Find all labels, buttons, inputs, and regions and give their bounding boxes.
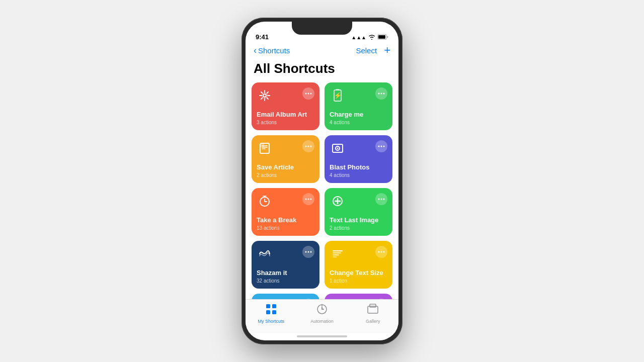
svg-line-7 xyxy=(261,92,263,94)
shortcuts-content: Email Album Art 3 actions ⚡ xyxy=(246,82,398,299)
tab-bar: My Shortcuts Automation xyxy=(246,299,398,333)
take-a-break-subtitle: 13 actions xyxy=(257,225,314,231)
save-article-info: Save Article 2 actions xyxy=(257,163,314,178)
home-bar xyxy=(297,335,347,337)
charge-me-title: Charge me xyxy=(330,111,387,119)
email-album-art-info: Email Album Art 3 actions xyxy=(257,111,314,125)
select-button[interactable]: Select xyxy=(356,46,377,55)
svg-line-8 xyxy=(267,98,268,99)
nav-bar: ‹ Shortcuts Select + xyxy=(246,43,398,60)
email-album-art-subtitle: 3 actions xyxy=(257,120,314,125)
text-last-image-more-button[interactable] xyxy=(375,193,387,205)
svg-point-24 xyxy=(305,146,307,147)
shortcut-card-take-a-break[interactable]: Take a Break 13 actions xyxy=(252,188,319,236)
shortcut-10-more-button[interactable] xyxy=(375,299,387,299)
shortcut-9-icon xyxy=(257,299,273,299)
status-icons: ▲▲▲ xyxy=(351,34,388,41)
shortcut-card-9[interactable] xyxy=(252,294,319,299)
email-album-art-title: Email Album Art xyxy=(257,111,314,119)
svg-point-48 xyxy=(308,251,309,253)
svg-rect-67 xyxy=(266,310,270,314)
tab-my-shortcuts[interactable]: My Shortcuts xyxy=(246,304,296,324)
svg-point-40 xyxy=(310,199,312,200)
shortcut-card-text-last-image[interactable]: Text Last Image 2 actions xyxy=(325,188,392,236)
page-title: All Shortcuts xyxy=(246,60,398,82)
svg-point-26 xyxy=(310,146,312,147)
card-top xyxy=(330,299,387,299)
card-top xyxy=(257,87,314,104)
text-last-image-info: Text Last Image 2 actions xyxy=(330,216,387,231)
svg-point-49 xyxy=(310,251,312,253)
svg-line-9 xyxy=(267,92,268,94)
blast-photos-more-button[interactable] xyxy=(375,140,387,152)
svg-rect-65 xyxy=(266,304,270,308)
svg-point-13 xyxy=(310,93,312,95)
svg-point-55 xyxy=(381,251,382,253)
gallery-label: Gallery xyxy=(366,319,380,324)
shortcut-card-change-text-size[interactable]: Change Text Size 1 action xyxy=(325,241,392,289)
card-top: ⚡ xyxy=(330,87,387,104)
automation-label: Automation xyxy=(310,319,334,324)
change-text-size-subtitle: 1 action xyxy=(330,278,387,284)
svg-point-16 xyxy=(378,93,380,95)
my-shortcuts-icon xyxy=(266,304,277,317)
tab-automation[interactable]: Automation xyxy=(296,304,347,324)
svg-point-46 xyxy=(383,199,385,200)
tab-gallery[interactable]: Gallery xyxy=(348,304,398,324)
shortcut-card-email-album-art[interactable]: Email Album Art 3 actions xyxy=(252,82,319,130)
take-a-break-info: Take a Break 13 actions xyxy=(257,216,314,231)
blast-photos-info: Blast Photos 4 actions xyxy=(330,163,387,178)
svg-point-12 xyxy=(308,93,309,95)
save-article-more-button[interactable] xyxy=(302,140,314,152)
blast-photos-icon xyxy=(330,140,346,156)
take-a-break-icon xyxy=(257,193,273,209)
shazam-it-title: Shazam it xyxy=(257,269,314,277)
take-a-break-more-button[interactable] xyxy=(302,193,314,205)
svg-point-17 xyxy=(381,93,382,95)
shortcut-card-shazam-it[interactable]: Shazam it 32 actions xyxy=(252,241,319,289)
svg-point-2 xyxy=(263,94,266,97)
shortcut-card-save-article[interactable]: Save Article 2 actions xyxy=(252,135,319,183)
my-shortcuts-label: My Shortcuts xyxy=(258,319,284,324)
svg-point-29 xyxy=(337,148,339,149)
shazam-it-subtitle: 32 actions xyxy=(257,278,314,284)
change-text-size-more-button[interactable] xyxy=(375,246,387,258)
gallery-icon xyxy=(367,304,378,317)
card-top xyxy=(257,246,314,262)
svg-point-56 xyxy=(383,251,385,253)
email-album-art-more-button[interactable] xyxy=(302,87,314,100)
shortcut-card-charge-me[interactable]: ⚡ Charge me 4 actio xyxy=(325,82,392,130)
back-chevron-icon: ‹ xyxy=(254,46,257,55)
charge-me-icon: ⚡ xyxy=(330,87,346,104)
svg-rect-66 xyxy=(272,304,276,308)
wifi-icon xyxy=(368,35,375,41)
add-shortcut-button[interactable]: + xyxy=(384,45,390,56)
back-button[interactable]: ‹ Shortcuts xyxy=(254,46,290,55)
svg-point-25 xyxy=(308,146,309,147)
shortcut-9-more-button[interactable] xyxy=(302,299,314,299)
charge-me-more-button[interactable] xyxy=(375,87,387,100)
blast-photos-subtitle: 4 actions xyxy=(330,172,387,178)
text-last-image-subtitle: 2 actions xyxy=(330,225,387,231)
shazam-it-info: Shazam it 32 actions xyxy=(257,269,314,284)
svg-point-54 xyxy=(378,251,380,253)
svg-point-39 xyxy=(308,199,309,200)
nav-right-actions: Select + xyxy=(356,45,390,56)
shortcut-card-blast-photos[interactable]: Blast Photos 4 actions xyxy=(325,135,392,183)
shazam-it-icon xyxy=(257,246,273,262)
card-top xyxy=(257,193,314,209)
svg-point-18 xyxy=(383,93,385,95)
blast-photos-title: Blast Photos xyxy=(330,163,387,171)
svg-rect-74 xyxy=(370,304,376,307)
svg-text:⚡: ⚡ xyxy=(334,92,342,99)
change-text-size-icon xyxy=(330,246,346,262)
phone-device: 9:41 ▲▲▲ ‹ xyxy=(242,18,403,344)
shazam-it-more-button[interactable] xyxy=(302,246,314,258)
shortcut-card-10[interactable] xyxy=(325,294,392,299)
charge-me-info: Charge me 4 actions xyxy=(330,111,387,125)
svg-line-10 xyxy=(261,98,263,99)
email-album-art-icon xyxy=(257,87,273,104)
card-top xyxy=(330,140,387,156)
shortcut-10-icon xyxy=(330,299,346,299)
card-top xyxy=(257,140,314,156)
